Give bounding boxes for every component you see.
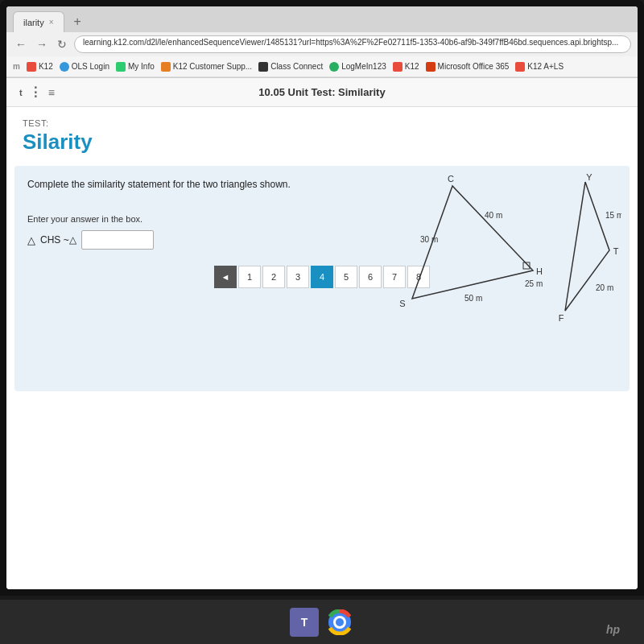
als-icon <box>515 62 525 72</box>
laptop-bezel: ilarity × + ← → ↻ learning.k12.com/d2l/l… <box>0 0 644 596</box>
page-content: t ⋮ ≡ 10.05 Unit Test: Similarity TEST: … <box>6 78 638 589</box>
logmein-icon <box>329 62 339 72</box>
bookmark-my-info[interactable]: My Info <box>116 62 155 72</box>
bookmark-logmein[interactable]: LogMeIn123 <box>329 62 386 72</box>
browser-chrome: ilarity × + ← → ↻ learning.k12.com/d2l/l… <box>6 6 638 78</box>
bookmark-k12-1[interactable]: K12 <box>27 62 53 72</box>
vertex-s: S <box>399 299 405 308</box>
address-bar: ← → ↻ learning.k12.com/d2l/le/enhancedSe… <box>6 32 638 56</box>
menu-lines-button[interactable]: ≡ <box>48 86 55 99</box>
page-btn-2[interactable]: 2 <box>262 266 285 288</box>
test-section: TEST: Silarity <box>6 107 638 155</box>
hp-logo: hp <box>606 623 620 636</box>
teams-taskbar-icon[interactable]: T <box>290 608 319 637</box>
tab-close-button[interactable]: × <box>49 18 54 27</box>
chs-label: CHS ~△ <box>40 234 76 246</box>
page-btn-1[interactable]: 1 <box>238 266 261 288</box>
side-hs-label: 25 m <box>525 279 543 288</box>
side-tf-label: 20 m <box>596 283 613 292</box>
bookmark-ols-login[interactable]: OLS Login <box>60 62 109 72</box>
k12-2-icon <box>393 62 402 72</box>
chrome-taskbar-icon[interactable] <box>325 608 354 637</box>
side-yt-label: 15 m <box>605 211 621 220</box>
taskbar: T <box>0 600 644 644</box>
bookmark-customer-supp[interactable]: K12 Customer Supp... <box>161 62 252 72</box>
new-tab-button[interactable]: + <box>69 13 86 31</box>
active-tab[interactable]: ilarity × <box>13 11 64 32</box>
app-title: 10.05 Unit Test: Similarity <box>258 86 385 98</box>
vertex-f: F <box>559 313 564 323</box>
bookmark-class-connect[interactable]: Class Connect <box>258 62 323 72</box>
vertex-t: T <box>613 246 619 256</box>
prev-page-button[interactable]: ◄ <box>214 266 237 288</box>
bookmark-m[interactable]: m <box>13 62 20 71</box>
bookmark-k12-2[interactable]: K12 <box>393 62 419 72</box>
menu-dots-button[interactable]: ⋮ <box>29 85 42 100</box>
back-button[interactable]: ← <box>13 38 29 51</box>
forward-button[interactable]: → <box>34 38 50 51</box>
office-icon <box>426 62 436 72</box>
similarity-label: S <box>23 130 36 154</box>
question-area: C S H 30 m 40 m 50 m 25 m <box>14 166 630 391</box>
vertex-y: Y <box>586 174 592 182</box>
side-ch-label: 40 m <box>485 211 502 220</box>
bookmarks-bar: m K12 OLS Login My Info K12 Customer Sup… <box>6 56 638 77</box>
bookmark-k12-als[interactable]: K12 A+LS <box>515 62 564 72</box>
vertex-c: C <box>448 174 454 184</box>
supp-icon <box>161 62 171 72</box>
app-header-left: t ⋮ ≡ <box>19 85 55 100</box>
triangle-symbol-1: △ <box>27 234 35 246</box>
test-label: TEST: <box>23 118 621 128</box>
triangles-diagram: C S H 30 m 40 m 50 m 25 m <box>348 174 621 335</box>
address-input[interactable]: learning.k12.com/d2l/le/enhancedSequence… <box>74 35 631 53</box>
side-sh-bottom-label: 50 m <box>464 294 482 303</box>
tab-label: ilarity <box>23 18 44 27</box>
refresh-button[interactable]: ↻ <box>55 38 69 51</box>
similarity-answer-input[interactable] <box>81 230 154 250</box>
svg-point-5 <box>336 618 344 626</box>
my-info-label: My Info <box>128 62 155 71</box>
page-btn-3[interactable]: 3 <box>287 266 309 288</box>
sidebar-label: t <box>19 88 23 97</box>
diagram-area: C S H 30 m 40 m 50 m 25 m <box>348 174 621 335</box>
page-btn-4[interactable]: 4 <box>311 266 333 288</box>
tab-bar: ilarity × + <box>6 6 638 32</box>
myinfo-icon <box>116 62 126 72</box>
ols-icon <box>60 62 69 72</box>
vertex-h: H <box>536 266 543 276</box>
app-header: t ⋮ ≡ 10.05 Unit Test: Similarity <box>6 78 638 107</box>
test-title: Silarity <box>23 130 621 155</box>
class-icon <box>258 62 268 72</box>
screen: ilarity × + ← → ↻ learning.k12.com/d2l/l… <box>6 6 638 589</box>
chrome-svg <box>327 609 353 635</box>
k12-icon <box>27 62 36 72</box>
side-cs-label: 30 m <box>420 235 438 244</box>
bookmark-office365[interactable]: Microsoft Office 365 <box>426 62 510 72</box>
